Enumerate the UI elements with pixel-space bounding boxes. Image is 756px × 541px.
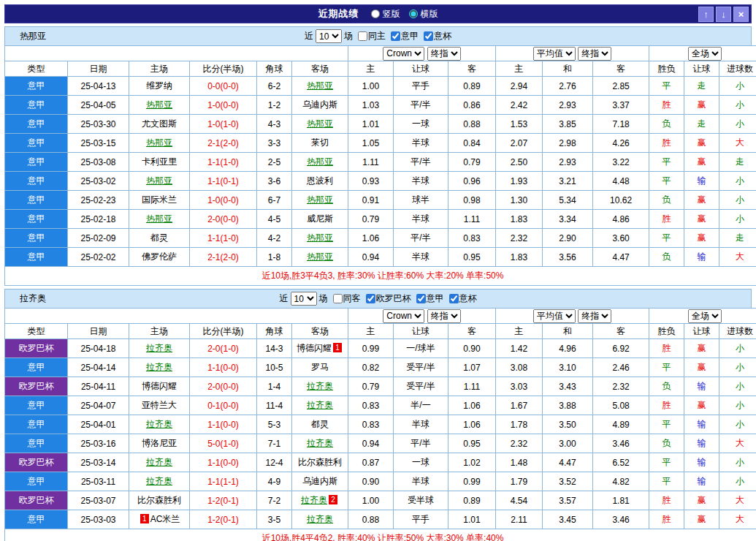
close-button[interactable]: × xyxy=(733,7,749,22)
away-team-cell[interactable]: 热那亚 xyxy=(292,229,348,248)
team-link[interactable]: 乌迪内斯 xyxy=(302,476,337,486)
team-link[interactable]: 维罗纳 xyxy=(146,80,172,91)
horizontal-radio-input[interactable] xyxy=(409,10,418,18)
team-link[interactable]: 亚特兰大 xyxy=(142,400,177,410)
team-link[interactable]: 比尔森胜利 xyxy=(137,495,181,505)
team-link[interactable]: 拉齐奥 xyxy=(307,438,333,448)
vertical-radio-input[interactable] xyxy=(371,10,380,18)
team-link[interactable]: 罗马 xyxy=(311,362,329,372)
home-team-cell[interactable]: 维罗纳 xyxy=(129,77,190,96)
team-link[interactable]: 热那亚 xyxy=(146,175,172,186)
home-team-cell[interactable]: 热那亚 xyxy=(129,172,190,191)
team-link[interactable]: 热那亚 xyxy=(307,80,333,91)
filter-checkbox[interactable]: 意甲 xyxy=(391,30,419,42)
team-link[interactable]: 拉齐奥 xyxy=(146,362,172,372)
team-link[interactable]: 国际米兰 xyxy=(142,194,177,205)
home-team-cell[interactable]: 拉齐奥 xyxy=(129,415,190,434)
team-link[interactable]: 热那亚 xyxy=(146,213,172,224)
away-team-cell[interactable]: 热那亚 xyxy=(292,77,348,96)
home-team-cell[interactable]: 尤文图斯 xyxy=(129,115,190,134)
euro-source-select[interactable]: 平均值 xyxy=(533,309,576,323)
away-team-cell[interactable]: 恩波利 xyxy=(292,172,348,191)
home-team-cell[interactable]: 博洛尼亚 xyxy=(129,434,190,453)
team-link[interactable]: 热那亚 xyxy=(307,194,333,205)
filter-checkbox-input[interactable] xyxy=(358,31,367,41)
away-team-cell[interactable]: 拉齐奥 xyxy=(292,396,348,415)
filter-checkbox[interactable]: 同客 xyxy=(333,292,361,305)
away-team-cell[interactable]: 拉齐奥 xyxy=(292,434,348,453)
home-team-cell[interactable]: 亚特兰大 xyxy=(129,396,190,415)
home-team-cell[interactable]: 拉齐奥 xyxy=(129,339,190,358)
away-team-cell[interactable]: 热那亚 xyxy=(292,115,348,134)
away-team-cell[interactable]: 拉齐奥 xyxy=(292,510,348,529)
team-link[interactable]: 热那亚 xyxy=(146,137,172,148)
filter-checkbox[interactable]: 同主 xyxy=(358,30,386,42)
team-link[interactable]: 比尔森胜利 xyxy=(298,457,342,467)
filter-checkbox[interactable]: 意杯 xyxy=(424,30,451,42)
filter-checkbox-input[interactable] xyxy=(333,294,343,303)
team-link[interactable]: 热那亚 xyxy=(307,232,333,243)
home-team-cell[interactable]: 热那亚 xyxy=(129,96,190,115)
away-team-cell[interactable]: 都灵 xyxy=(292,415,348,434)
team-link[interactable]: 拉齐奥 xyxy=(307,381,333,391)
home-team-cell[interactable]: 博德闪耀 xyxy=(129,377,190,396)
away-team-cell[interactable]: 拉齐奥 xyxy=(292,377,348,396)
filter-checkbox-input[interactable] xyxy=(416,294,426,303)
team-link[interactable]: 拉齐奥 xyxy=(146,419,172,429)
away-team-cell[interactable]: 热那亚 xyxy=(292,248,348,267)
home-team-cell[interactable]: 比尔森胜利 xyxy=(129,491,190,510)
home-team-cell[interactable]: 热那亚 xyxy=(129,134,190,153)
filter-checkbox[interactable]: 欧罗巴杯 xyxy=(366,292,411,305)
team-link[interactable]: 博洛尼亚 xyxy=(142,438,177,448)
team-link[interactable]: 拉齐奥 xyxy=(146,476,172,486)
filter-checkbox-input[interactable] xyxy=(424,31,433,41)
team-link[interactable]: 拉齐奥 xyxy=(307,514,333,524)
scope-select[interactable]: 全场 xyxy=(688,309,722,323)
team-link[interactable]: 都灵 xyxy=(150,232,168,243)
team-link[interactable]: 尤文图斯 xyxy=(142,118,177,129)
filter-checkbox-input[interactable] xyxy=(366,294,375,303)
filter-checkbox[interactable]: 意甲 xyxy=(416,292,444,305)
move-down-button[interactable]: ↓ xyxy=(716,7,731,22)
filter-checkbox-input[interactable] xyxy=(391,31,400,41)
team-link[interactable]: 威尼斯 xyxy=(307,213,333,224)
team-link[interactable]: 热那亚 xyxy=(307,156,333,167)
team-link[interactable]: 都灵 xyxy=(311,419,329,429)
home-team-cell[interactable]: 拉齐奥 xyxy=(129,358,190,377)
away-team-cell[interactable]: 热那亚 xyxy=(292,153,348,172)
euro-time-select[interactable]: 终指 xyxy=(578,47,611,61)
handicap-time-select[interactable]: 终指 xyxy=(427,309,461,323)
team-link[interactable]: 恩波利 xyxy=(307,175,333,186)
euro-time-select[interactable]: 终指 xyxy=(578,309,611,323)
filter-checkbox-input[interactable] xyxy=(449,294,459,303)
handicap-time-select[interactable]: 终指 xyxy=(427,47,461,61)
home-team-cell[interactable]: 佛罗伦萨 xyxy=(129,248,190,267)
team-link[interactable]: 佛罗伦萨 xyxy=(142,251,177,262)
scope-select[interactable]: 全场 xyxy=(688,47,722,61)
home-team-cell[interactable]: 1AC米兰 xyxy=(129,510,190,529)
team-link[interactable]: AC米兰 xyxy=(150,514,180,524)
euro-source-select[interactable]: 平均值 xyxy=(533,47,576,61)
team-link[interactable]: 莱切 xyxy=(311,137,329,148)
layout-horizontal-radio[interactable]: 横版 xyxy=(409,8,438,20)
home-team-cell[interactable]: 拉齐奥 xyxy=(129,453,190,472)
away-team-cell[interactable]: 比尔森胜利 xyxy=(292,453,348,472)
home-team-cell[interactable]: 都灵 xyxy=(129,229,190,248)
home-team-cell[interactable]: 国际米兰 xyxy=(129,191,190,210)
home-team-cell[interactable]: 热那亚 xyxy=(129,210,190,229)
match-count-select[interactable]: 10 xyxy=(291,292,317,306)
away-team-cell[interactable]: 威尼斯 xyxy=(292,210,348,229)
filter-checkbox[interactable]: 意杯 xyxy=(449,292,477,305)
move-up-button[interactable]: ↑ xyxy=(698,7,714,22)
away-team-cell[interactable]: 拉齐奥2 xyxy=(292,491,348,510)
away-team-cell[interactable]: 乌迪内斯 xyxy=(292,96,348,115)
team-link[interactable]: 拉齐奥 xyxy=(146,343,172,353)
away-team-cell[interactable]: 热那亚 xyxy=(292,191,348,210)
away-team-cell[interactable]: 博德闪耀1 xyxy=(292,339,348,358)
home-team-cell[interactable]: 卡利亚里 xyxy=(129,153,190,172)
team-link[interactable]: 热那亚 xyxy=(307,251,333,262)
layout-vertical-radio[interactable]: 竖版 xyxy=(371,8,400,20)
match-count-select[interactable]: 10 xyxy=(316,29,342,43)
away-team-cell[interactable]: 莱切 xyxy=(292,134,348,153)
team-link[interactable]: 热那亚 xyxy=(307,118,333,129)
